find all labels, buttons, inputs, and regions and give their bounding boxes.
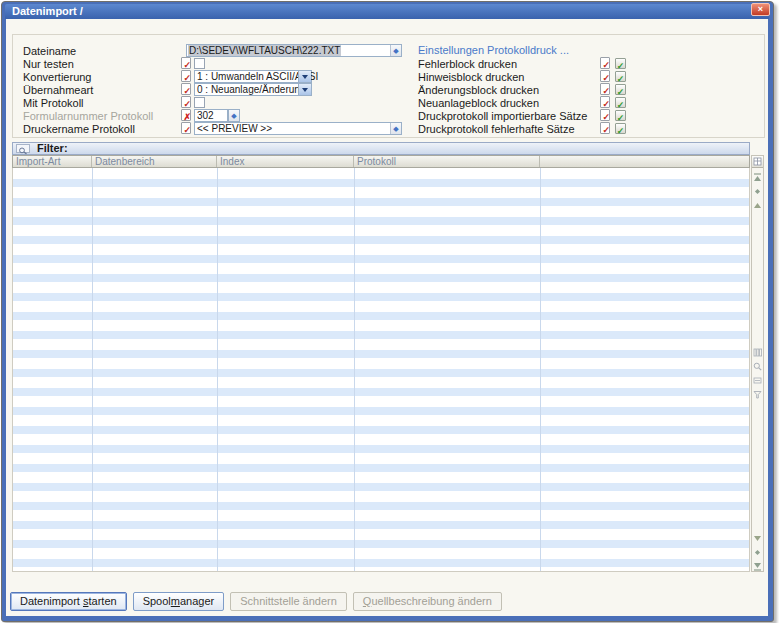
scroll-up-icon[interactable] (753, 201, 762, 210)
table-options-button[interactable] (752, 156, 763, 168)
schnittstelle-aendern-button: Schnittstelle ändern (230, 592, 347, 611)
protokolldruck-settings-link[interactable]: Einstellungen Protokolldruck ... (418, 44, 569, 56)
import-settings-panel: Dateiname D:\SEDEV\WFLTAUSCH\222.TXT ◆ N… (12, 34, 765, 138)
column-header-import-art[interactable]: Import-Art (13, 156, 92, 167)
fehlerhafte-saetze-checkbox-checked[interactable]: ✓ (615, 123, 626, 134)
importierbare-saetze-label: Druckprotokoll importierbare Sätze (418, 110, 587, 122)
cell-edit-icon[interactable] (753, 376, 762, 385)
columns-icon[interactable] (753, 348, 762, 357)
table-side-rail (751, 155, 764, 572)
protokoll-row: Fehlerblock drucken ✓ ✓ (23, 57, 756, 70)
field-modified-icon[interactable]: ✓ (600, 109, 610, 121)
protokoll-row: Neuanlageblock drucken ✓ ✓ (23, 96, 756, 109)
column-divider (217, 168, 218, 571)
field-modified-icon[interactable]: ✓ (600, 122, 610, 134)
dialog-content: Dateiname D:\SEDEV\WFLTAUSCH\222.TXT ◆ N… (6, 19, 768, 616)
filter-label: Filter: (37, 142, 68, 154)
fehlerblock-label: Fehlerblock drucken (418, 58, 517, 70)
window-titlebar[interactable]: Datenimport / (5, 4, 769, 19)
scroll-to-bottom-icon[interactable] (753, 562, 762, 571)
protokoll-row: Änderungsblock drucken ✓ ✓ (23, 83, 756, 96)
protokoll-row: Druckprotokoll importierbare Sätze ✓ ✓ (23, 109, 756, 122)
column-divider (354, 168, 355, 571)
column-divider (540, 168, 541, 571)
aenderungsblock-checkbox-checked[interactable]: ✓ (615, 84, 626, 95)
filter-bar[interactable]: Filter: (12, 142, 750, 155)
scroll-marker-icon[interactable] (753, 548, 762, 557)
quellbeschreibung-aendern-button: Quellbeschreibung ändern (353, 592, 502, 611)
protokolldruck-heading-row: Einstellungen Protokolldruck ... (23, 43, 756, 56)
column-header-empty (540, 156, 749, 167)
search-icon[interactable] (753, 362, 762, 371)
spoolmanager-button[interactable]: Spoolmanager (133, 592, 225, 611)
field-modified-icon[interactable]: ✓ (600, 57, 610, 69)
column-divider (92, 168, 93, 571)
import-results-table[interactable] (12, 168, 750, 572)
datenimport-starten-button[interactable]: Datenimport starten (10, 592, 127, 611)
scroll-down-icon[interactable] (753, 534, 762, 543)
neuanlageblock-label: Neuanlageblock drucken (418, 97, 539, 109)
hinweisblock-label: Hinweisblock drucken (418, 71, 524, 83)
column-header-protokoll[interactable]: Protokoll (354, 156, 540, 167)
field-modified-icon[interactable]: ✓ (600, 96, 610, 108)
filter-funnel-icon[interactable] (753, 390, 762, 399)
protokoll-row: Hinweisblock drucken ✓ ✓ (23, 70, 756, 83)
scroll-to-top-icon[interactable] (753, 173, 762, 182)
search-icon[interactable] (16, 144, 30, 153)
column-header-index[interactable]: Index (217, 156, 354, 167)
fehlerhafte-saetze-label: Druckprotokoll fehlerhafte Sätze (418, 123, 575, 135)
action-button-row: Datenimport starten Spoolmanager Schnitt… (10, 592, 502, 611)
window-title: Datenimport / (12, 5, 83, 17)
table-header: Import-Art Datenbereich Index Protokoll (12, 155, 750, 168)
importierbare-saetze-checkbox-checked[interactable]: ✓ (615, 110, 626, 121)
close-icon: × (758, 4, 763, 14)
close-button[interactable]: × (751, 3, 770, 16)
field-modified-icon[interactable]: ✓ (600, 70, 610, 82)
hinweisblock-checkbox-checked[interactable]: ✓ (615, 71, 626, 82)
column-header-datenbereich[interactable]: Datenbereich (92, 156, 217, 167)
fehlerblock-checkbox-checked[interactable]: ✓ (615, 58, 626, 69)
protokoll-row: Druckprotokoll fehlerhafte Sätze ✓ ✓ (23, 122, 756, 135)
neuanlageblock-checkbox-checked[interactable]: ✓ (615, 97, 626, 108)
scroll-marker-icon[interactable] (753, 187, 762, 196)
aenderungsblock-label: Änderungsblock drucken (418, 84, 539, 96)
datenimport-window: Datenimport / × Dateiname D:\SEDEV\WFLTA… (1, 1, 774, 622)
field-modified-icon[interactable]: ✓ (600, 83, 610, 95)
